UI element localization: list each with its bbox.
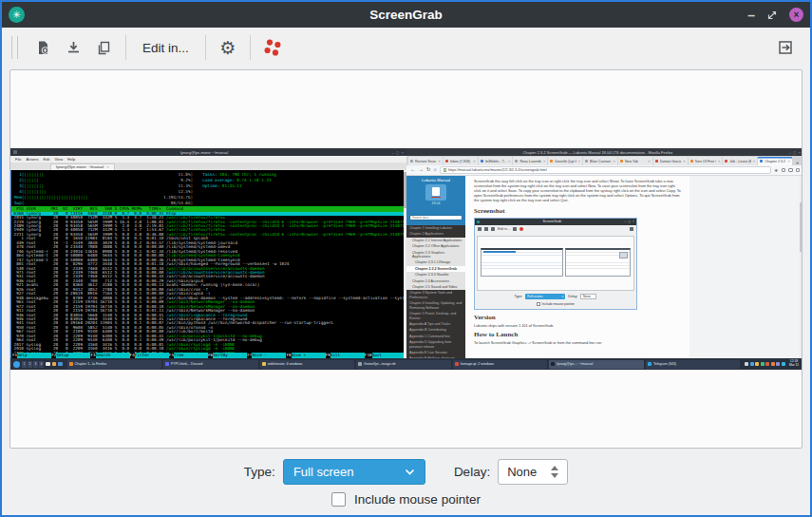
preview-firefox-window: Chapter 2.3.2 ScreenGrab — Lubuntu Manua… [406, 148, 803, 358]
titlebar: ✳ ScreenGrab – × [2, 2, 810, 28]
task-icon [358, 362, 362, 366]
upload-service-button[interactable] [257, 32, 288, 63]
mini-delay-spinbox: None [580, 294, 596, 299]
tab-close-icon: × [578, 159, 580, 163]
desktop-number: 4 [39, 361, 44, 368]
browser-tab: lmWebIrc - T... × [479, 157, 513, 165]
browser-tab: Job - Leave (En... × [723, 157, 757, 165]
tray-icon [782, 362, 785, 366]
terminal-menu-item: File [15, 157, 21, 162]
browser-tab: Chapter 2.3.2 S... × [758, 157, 792, 165]
launch-heading: How to Launch [474, 331, 681, 338]
tab-close-icon: × [753, 159, 755, 163]
edit-in-button[interactable]: Edit in... [133, 41, 198, 55]
taskbar-clock: 12:18 Mar 11 [789, 360, 799, 368]
tab-favicon [655, 160, 658, 163]
type-label: Type: [244, 465, 275, 479]
mini-new-icon [478, 227, 482, 231]
tab-close-icon: × [438, 159, 440, 163]
tab-favicon [690, 160, 693, 163]
padlock-icon [444, 168, 446, 172]
library-icon [782, 168, 786, 173]
launcher-icon [52, 362, 57, 367]
manual-version: 18.04 [409, 201, 463, 205]
tab-favicon [410, 160, 413, 163]
preview-scroll-area[interactable]: lynorg@lyn-mone: ~/manual – ◻ × FileActi… [9, 69, 803, 449]
taskbar-task: lynorg@lyn...: ~/manual [549, 360, 644, 369]
minimize-button[interactable]: – [747, 10, 755, 20]
type-combobox[interactable]: Full screen [283, 459, 425, 485]
taskbar-task: Chapter 1...la Firefox [67, 360, 162, 369]
firefox-title: Chapter 2.3.2 ScreenGrab — Lubuntu Manua… [409, 150, 786, 155]
save-icon [66, 40, 82, 56]
htop-process-table: 6360 lynorg 20 0 13116 4468 3148 R 0.7 0… [11, 212, 404, 358]
browser-tab: Rosa Luxembu... × [513, 157, 547, 165]
lubuntu-menu-icon [13, 361, 20, 368]
tray-icon [765, 362, 769, 366]
mini-red-icon [519, 227, 523, 231]
browser-tab: New Tab × [618, 157, 652, 165]
toc-item: Chapter 5 Panel, Desktop, and Runner [406, 311, 465, 321]
tray-icon [761, 362, 765, 366]
taskbar-task: /home/lyn...image.nb [356, 360, 451, 369]
mini-copy-icon [491, 227, 495, 231]
task-icon [262, 362, 266, 366]
terminal-menubar: FileActionsEditViewHelp [10, 156, 406, 163]
launcher-icon [58, 362, 63, 367]
tab-favicon [445, 160, 448, 163]
tab-close-icon: × [614, 159, 615, 163]
gear-icon: ⚙ [219, 39, 236, 57]
tab-favicon [515, 160, 518, 163]
mini-app-icon [477, 220, 480, 223]
toc-item: Chapter 3 System Tools and Preferences [406, 290, 465, 300]
copy-button[interactable] [88, 32, 119, 63]
firefox-tabstrip: Restore Session × Inbox (7,358) - × lmWe… [408, 157, 792, 165]
launcher-icon [46, 362, 50, 367]
menu-icon [796, 168, 801, 173]
htop-summary-line: Uptime: 01:35:11 [202, 183, 276, 189]
spin-up-icon[interactable] [551, 466, 558, 470]
window-title: ScreenGrab [2, 8, 810, 22]
save-button[interactable] [58, 32, 88, 63]
new-screenshot-button[interactable] [28, 32, 58, 63]
tab-favicon [481, 160, 483, 163]
include-mouse-pointer-label: Include mouse pointer [354, 492, 481, 507]
toolbar-drag-handle[interactable] [11, 36, 18, 59]
lubuntu-book-logo [425, 184, 446, 201]
mini-editor-window [481, 248, 563, 277]
manual-content: ScreenGrab this way left click on the tr… [465, 176, 689, 358]
toolbar: Edit in... ⚙ [2, 28, 810, 67]
tray-icon [755, 362, 759, 366]
browser-tab: Restore Session × [408, 157, 443, 165]
tray-icon [771, 362, 775, 366]
exit-icon [777, 39, 794, 56]
screengrab-window: ✳ ScreenGrab – × Edit in... ⚙ [0, 0, 812, 517]
browser-tab: Inbox (7,358) - × [444, 157, 478, 165]
mini-exit-icon [630, 227, 633, 231]
quit-button[interactable] [770, 32, 801, 63]
close-button[interactable]: × [789, 8, 803, 22]
forward-icon: → [419, 167, 425, 173]
preview-taskbar: 1234 Chapter 1...la Firefox PYPI-think..… [10, 358, 802, 370]
terminal-menu-item: Edit [44, 157, 50, 162]
include-mouse-pointer-checkbox[interactable] [331, 492, 346, 507]
spin-down-icon[interactable] [551, 473, 558, 478]
home-icon: ⌂ [434, 167, 437, 173]
chevron-down-icon [405, 469, 415, 475]
back-icon: ← [410, 167, 416, 173]
close-icon: × [794, 10, 800, 20]
manual-search-input [409, 215, 463, 220]
mini-save-icon [484, 227, 488, 231]
terminal-menu-item: Help [67, 157, 75, 162]
manual-sidebar: Lubuntu Manual 18.04 Chapter 1 Installin… [406, 176, 465, 358]
system-tray [745, 362, 785, 366]
settings-button[interactable]: ⚙ [213, 32, 243, 63]
delay-spinbox[interactable]: None [498, 459, 568, 485]
maximize-button[interactable] [766, 10, 778, 21]
mini-preview-area [477, 236, 634, 291]
new-screenshot-icon [35, 40, 51, 56]
tray-icon [776, 362, 780, 366]
mini-type-combobox: Full screenv [525, 294, 565, 299]
terminal-window-buttons: – ◻ × [392, 150, 404, 155]
terminal-icon [13, 150, 17, 154]
